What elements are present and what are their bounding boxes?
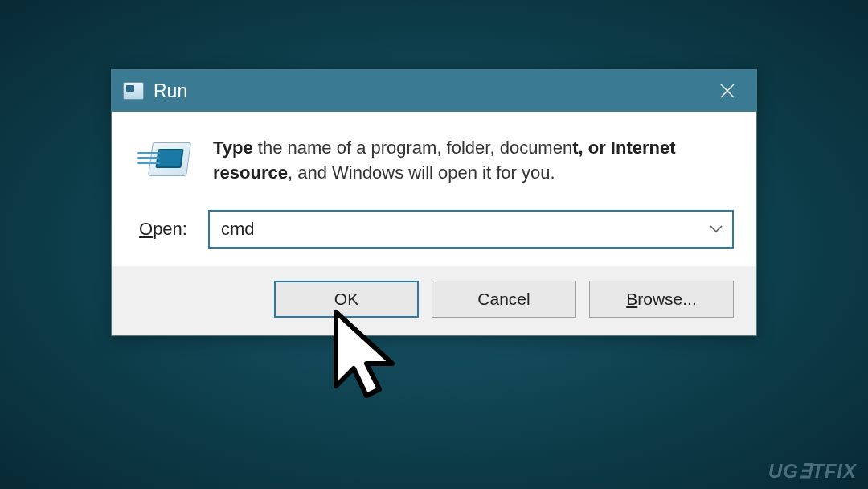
ok-button[interactable]: OK — [274, 281, 419, 318]
dialog-description: Type the name of a program, folder, docu… — [213, 134, 734, 186]
chevron-down-icon — [710, 225, 723, 233]
dropdown-button[interactable] — [708, 221, 724, 237]
close-button[interactable] — [698, 70, 756, 112]
open-input[interactable] — [221, 219, 708, 240]
open-combobox[interactable] — [208, 210, 734, 249]
info-row: Type the name of a program, folder, docu… — [134, 134, 734, 186]
run-program-icon — [139, 138, 192, 186]
dialog-title: Run — [154, 80, 187, 102]
dialog-body: Type the name of a program, folder, docu… — [112, 112, 756, 249]
button-bar: OK Cancel Browse... — [112, 266, 756, 335]
run-dialog: Run Type the name of a program, folder, … — [111, 69, 757, 336]
browse-button[interactable]: Browse... — [589, 281, 734, 318]
run-titlebar-icon — [123, 82, 144, 100]
cancel-button[interactable]: Cancel — [432, 281, 576, 318]
titlebar[interactable]: Run — [112, 70, 756, 112]
open-label: Open: — [139, 219, 194, 240]
watermark: UG∃TFIX — [768, 460, 857, 483]
open-row: Open: — [134, 210, 734, 249]
close-icon — [719, 83, 735, 99]
